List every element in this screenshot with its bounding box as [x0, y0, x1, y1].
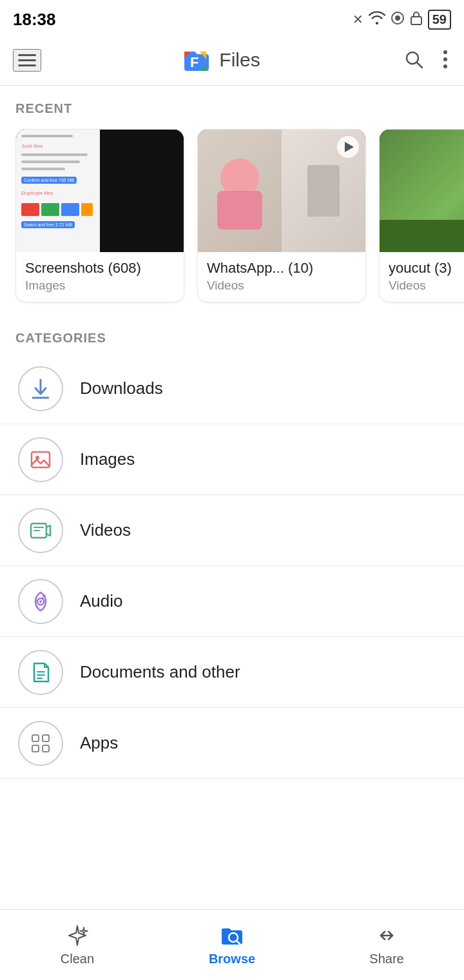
app-logo-icon: F: [182, 45, 211, 75]
battery-indicator: 59: [428, 10, 451, 30]
svg-point-21: [39, 600, 42, 603]
svg-point-16: [35, 456, 39, 460]
audio-icon: [29, 590, 52, 613]
category-item-apps[interactable]: Apps: [0, 708, 464, 779]
share-nav-label: Share: [369, 952, 403, 966]
browse-nav-label: Browse: [209, 952, 255, 966]
recent-section-label: RECENT: [0, 86, 464, 124]
svg-rect-26: [32, 735, 39, 741]
videos-icon-wrap: [18, 508, 63, 553]
x-icon: ✕: [353, 12, 363, 27]
nav-item-browse[interactable]: Browse: [155, 923, 309, 966]
menu-button[interactable]: [13, 49, 41, 72]
sparkle-icon: [65, 923, 90, 948]
svg-text:F: F: [190, 54, 198, 70]
category-item-audio[interactable]: Audio: [0, 566, 464, 637]
svg-point-10: [443, 50, 447, 54]
images-icon: [29, 448, 52, 471]
downloads-icon-wrap: [18, 366, 63, 411]
share-icon: [374, 923, 399, 948]
top-bar-right: [401, 46, 451, 74]
whatsapp-card-type: Videos: [207, 279, 356, 293]
whatsapp-thumbnail: [198, 130, 365, 252]
apps-icon: [29, 732, 52, 755]
app-title-text: Files: [219, 49, 260, 71]
svg-rect-27: [43, 735, 49, 741]
svg-rect-15: [32, 452, 50, 467]
nav-item-clean[interactable]: Clean: [0, 923, 155, 966]
downloads-label: Downloads: [80, 378, 163, 398]
category-item-images[interactable]: Images: [0, 424, 464, 495]
documents-icon: [29, 661, 52, 684]
clean-nav-label: Clean: [61, 952, 94, 966]
downloads-icon: [29, 377, 52, 400]
audio-label: Audio: [80, 591, 123, 611]
svg-rect-29: [43, 745, 49, 752]
screenshots-card-info: Screenshots (608) Images: [16, 252, 184, 302]
whatsapp-card-name: WhatsApp... (10): [207, 260, 356, 277]
more-options-button[interactable]: [440, 46, 451, 74]
images-icon-wrap: [18, 437, 63, 482]
lock-icon: [410, 10, 423, 28]
location-icon: [391, 11, 405, 28]
apps-label: Apps: [80, 733, 118, 753]
videos-icon: [29, 519, 52, 542]
status-bar: 18:38 ✕ 59: [0, 0, 464, 39]
recent-card-screenshots[interactable]: Junk files Confirm and free 785 MB Dupli…: [15, 129, 184, 302]
audio-icon-wrap: [18, 579, 63, 624]
documents-label: Documents and other: [80, 662, 240, 682]
svg-line-9: [417, 63, 422, 68]
images-label: Images: [80, 449, 135, 469]
screenshots-card-name: Screenshots (608): [25, 260, 175, 277]
search-button[interactable]: [401, 46, 427, 74]
documents-icon-wrap: [18, 650, 63, 695]
svg-point-1: [395, 15, 400, 21]
screenshots-thumbnail: Junk files Confirm and free 785 MB Dupli…: [16, 130, 184, 252]
wifi-icon: [369, 10, 385, 28]
recent-scroll-list: Junk files Confirm and free 785 MB Dupli…: [0, 124, 464, 315]
status-time: 18:38: [13, 10, 56, 30]
svg-rect-2: [411, 17, 421, 24]
top-app-bar: F Files: [0, 39, 464, 85]
app-title-area: F Files: [182, 45, 260, 75]
nav-item-share[interactable]: Share: [309, 923, 464, 966]
category-item-downloads[interactable]: Downloads: [0, 353, 464, 424]
youcut-card-name: youcut (3): [389, 260, 464, 277]
browse-icon: [219, 923, 245, 948]
category-item-videos[interactable]: Videos: [0, 495, 464, 566]
top-bar-left: [13, 49, 41, 72]
categories-list: Downloads Images Videos: [0, 353, 464, 843]
whatsapp-card-info: WhatsApp... (10) Videos: [198, 252, 365, 302]
category-item-documents[interactable]: Documents and other: [0, 637, 464, 708]
svg-point-11: [443, 57, 447, 61]
videos-label: Videos: [80, 520, 131, 540]
screenshots-card-type: Images: [25, 279, 175, 293]
youcut-card-type: Videos: [389, 279, 464, 293]
apps-icon-wrap: [18, 721, 63, 766]
svg-point-12: [443, 64, 447, 68]
svg-rect-28: [32, 745, 39, 752]
youcut-card-info: youcut (3) Videos: [380, 252, 464, 302]
categories-section-label: CATEGORIES: [0, 315, 464, 353]
recent-card-youcut[interactable]: youcut (3) Videos: [379, 129, 464, 302]
status-right-icons: ✕ 59: [353, 10, 451, 30]
bottom-nav: Clean Browse Share: [0, 909, 464, 980]
youcut-thumbnail: [380, 130, 464, 252]
recent-card-whatsapp[interactable]: WhatsApp... (10) Videos: [197, 129, 366, 302]
